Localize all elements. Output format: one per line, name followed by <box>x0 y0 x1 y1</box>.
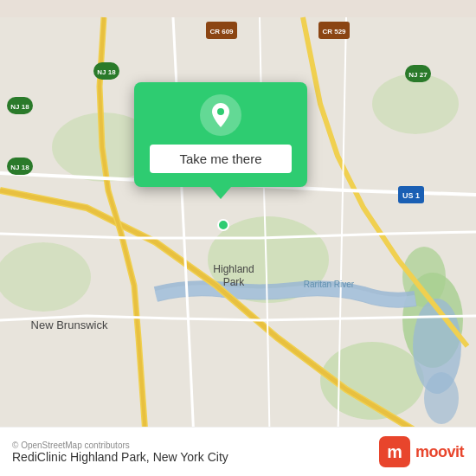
popup-card: Take me there <box>134 82 307 187</box>
moovit-label: moovit <box>415 443 464 461</box>
location-icon-wrapper <box>200 94 241 136</box>
location-pin-icon <box>209 101 233 129</box>
svg-point-4 <box>0 242 91 312</box>
location-name: RediClinic Highland Park, New York City <box>12 450 228 464</box>
moovit-icon: m <box>379 436 410 467</box>
svg-text:Raritan River: Raritan River <box>304 280 355 289</box>
take-me-there-button[interactable]: Take me there <box>150 145 292 173</box>
svg-point-9 <box>424 372 459 424</box>
bottom-bar: © OpenStreetMap contributors RediClinic … <box>0 427 476 476</box>
map-container: US 1 NJ 18 NJ 18 NJ 18 CR 609 CR 529 NJ … <box>0 0 476 476</box>
svg-text:Park: Park <box>223 276 246 288</box>
svg-point-28 <box>218 220 228 230</box>
svg-point-3 <box>372 74 459 134</box>
svg-text:m: m <box>387 442 402 461</box>
moovit-logo: m moovit <box>379 436 464 467</box>
map-background: US 1 NJ 18 NJ 18 NJ 18 CR 609 CR 529 NJ … <box>0 0 476 476</box>
svg-text:New Brunswick: New Brunswick <box>31 318 108 331</box>
map-attribution: © OpenStreetMap contributors <box>12 441 228 450</box>
svg-text:Highland: Highland <box>213 263 254 275</box>
svg-point-29 <box>217 108 224 115</box>
svg-text:CR 529: CR 529 <box>322 28 346 35</box>
svg-text:US 1: US 1 <box>402 191 420 200</box>
svg-text:CR 609: CR 609 <box>209 28 234 35</box>
bottom-info: © OpenStreetMap contributors RediClinic … <box>12 441 228 464</box>
svg-text:NJ 18: NJ 18 <box>10 103 29 111</box>
svg-text:NJ 27: NJ 27 <box>408 71 428 79</box>
svg-text:NJ 18: NJ 18 <box>97 68 116 76</box>
svg-text:NJ 18: NJ 18 <box>10 164 29 171</box>
